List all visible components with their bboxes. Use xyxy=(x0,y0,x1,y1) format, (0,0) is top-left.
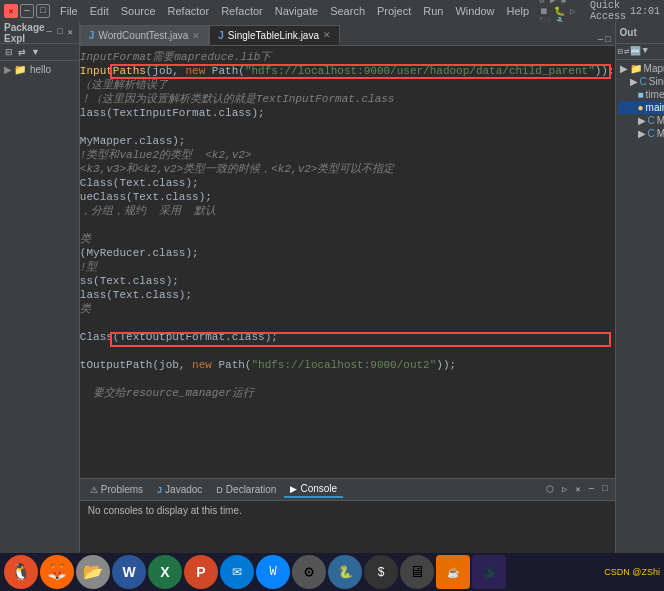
code-content-23: tOutputPath(job, new Path("hdfs://localh… xyxy=(80,358,615,372)
taskbar-app-eclipse[interactable]: 🌑 xyxy=(472,555,506,589)
tab-singletablelink[interactable]: J SingleTableLink.java ✕ xyxy=(209,25,340,45)
outline-item-mapreduce[interactable]: ▶ 📁 Mapreduce xyxy=(618,62,664,75)
folder-icon: 📁 xyxy=(14,64,26,75)
code-line-22 xyxy=(80,344,615,358)
tab-javadoc[interactable]: J Javadoc xyxy=(151,482,208,497)
taskbar: 🐧 🦊 📂 W X P ✉ W ⚙ 🐍 $ 🖥 ☕ 🌑 CSDN @ZShi xyxy=(0,553,664,591)
taskbar-app-firefox[interactable]: 🦊 xyxy=(40,555,74,589)
menu-edit[interactable]: Edit xyxy=(84,3,115,19)
code-line-3: （这里解析错误了 xyxy=(80,78,615,92)
package-tree: ▶ 📁 hello xyxy=(0,61,79,591)
outline-item-myreducer[interactable]: ▶ C MyReducer xyxy=(618,127,664,140)
bottom-tabs: ⚠ Problems J Javadoc D Declaration ▶ Con… xyxy=(80,479,615,501)
tab-maximize-icon[interactable]: □ xyxy=(605,35,610,45)
menu-source[interactable]: Source xyxy=(115,3,162,19)
menu-navigate[interactable]: Navigate xyxy=(269,3,324,19)
outline-tool2[interactable]: ⇄ xyxy=(624,46,629,57)
editor-right-container: J WordCountTest.java ✕ J SingleTableLink… xyxy=(80,22,664,591)
minimize-bottom-button[interactable]: ─ xyxy=(586,483,597,496)
collapse-all-button[interactable]: ⊟ xyxy=(3,46,15,58)
outline-item-mymapper[interactable]: ▶ C MyMapper xyxy=(618,114,664,127)
tab-label-wc: WordCountTest.java xyxy=(98,30,188,41)
outline-item-singletablelink[interactable]: ▶ C SingleTableLink xyxy=(618,75,664,88)
outline-toolbar: ⊟ ⇄ 🔤 ▼ xyxy=(616,44,664,60)
code-line-15: (MyReducer.class); xyxy=(80,246,615,260)
minimize-panel-icon[interactable]: ─ xyxy=(45,26,54,39)
menu-bar: File Edit Source Refactor Refactor Navig… xyxy=(54,3,535,19)
view-menu-button[interactable]: ▼ xyxy=(29,46,42,58)
taskbar-app-blue1[interactable]: W xyxy=(256,555,290,589)
code-line-23: tOutputPath(job, new Path("hdfs://localh… xyxy=(80,358,615,372)
tab-label-stl: SingleTableLink.java xyxy=(228,30,319,41)
folder-mapreduce-icon: 📁 xyxy=(630,63,642,74)
code-line-8: !类型和value2的类型 <k2,v2> xyxy=(80,148,615,162)
code-content-9: <k3,v3>和<k2,v2>类型一致的时候，<k2,v2>类型可以不指定 xyxy=(80,162,615,176)
clear-console-button[interactable]: ✕ xyxy=(572,483,583,496)
taskbar-app-files[interactable]: 📂 xyxy=(76,555,110,589)
menu-refactor2[interactable]: Refactor xyxy=(215,3,269,19)
arrow-reducer: ▶ xyxy=(638,128,646,139)
code-content-21: Class(TextOutputFormat.class); xyxy=(80,330,615,344)
menu-refactor1[interactable]: Refactor xyxy=(162,3,216,19)
code-content-12: ，分组，规约 采用 默认 xyxy=(80,204,615,218)
close-button[interactable]: ✕ xyxy=(4,4,18,18)
tab-declaration[interactable]: D Declaration xyxy=(210,482,282,497)
method-main-icon: ● xyxy=(638,102,644,113)
menu-file[interactable]: File xyxy=(54,3,84,19)
code-content-14: 类 xyxy=(80,232,615,246)
outline-item-time[interactable]: ■ time : int xyxy=(618,88,664,101)
tab-label-problems: Problems xyxy=(101,484,143,495)
bottom-toolbar: ⬡ ▷ ✕ ─ □ xyxy=(543,483,611,496)
outline-label-mymapper: MyMapper xyxy=(657,115,664,126)
titlebar: ✕ ─ □ File Edit Source Refactor Refactor… xyxy=(0,0,664,22)
class-mapper-icon: C xyxy=(648,115,655,126)
code-content-17: ss(Text.class); xyxy=(80,274,615,288)
problems-icon: ⚠ xyxy=(90,485,98,495)
outline-item-main[interactable]: ● main(String[]) xyxy=(618,101,664,114)
tab-close-wc[interactable]: ✕ xyxy=(192,31,200,41)
code-line-14: 类 xyxy=(80,232,615,246)
link-editor-button[interactable]: ⇄ xyxy=(16,46,28,58)
menu-window[interactable]: Window xyxy=(449,3,500,19)
maximize-bottom-button[interactable]: □ xyxy=(599,483,610,496)
code-line-11: ueClass(Text.class); xyxy=(80,190,615,204)
taskbar-app-python[interactable]: 🐍 xyxy=(328,555,362,589)
menu-project[interactable]: Project xyxy=(371,3,417,19)
outline-tool4[interactable]: ▼ xyxy=(642,46,647,57)
outline-title: Out xyxy=(620,27,637,38)
close-panel-icon[interactable]: ✕ xyxy=(65,26,74,39)
minimize-button[interactable]: ─ xyxy=(20,4,34,18)
taskbar-app-monitor[interactable]: 🖥 xyxy=(400,555,434,589)
new-console-button[interactable]: ▷ xyxy=(559,483,570,496)
taskbar-app-outlook[interactable]: ✉ xyxy=(220,555,254,589)
tree-item-hello[interactable]: ▶ 📁 hello xyxy=(2,63,77,76)
code-content-1: InputFormat需要mapreduce.lib下 xyxy=(80,50,615,64)
code-line-20 xyxy=(80,316,615,330)
open-console-button[interactable]: ⬡ xyxy=(543,483,557,496)
taskbar-app-terminal[interactable]: $ xyxy=(364,555,398,589)
taskbar-app-excel[interactable]: X xyxy=(148,555,182,589)
tab-minimize-icon[interactable]: ─ xyxy=(598,35,603,45)
tab-close-stl[interactable]: ✕ xyxy=(323,30,331,40)
tab-wordcounttest[interactable]: J WordCountTest.java ✕ xyxy=(80,25,209,45)
taskbar-app-java[interactable]: ☕ xyxy=(436,555,470,589)
outline-tool3[interactable]: 🔤 xyxy=(630,46,641,57)
maximize-panel-icon[interactable]: □ xyxy=(55,26,64,39)
code-line-9: <k3,v3>和<k2,v2>类型一致的时候，<k2,v2>类型可以不指定 xyxy=(80,162,615,176)
taskbar-right: CSDN @ZShi xyxy=(604,567,660,577)
code-line-2: InputPaths(job, new Path("hdfs://localho… xyxy=(80,64,615,78)
code-content-4: ！（这里因为设置解析类默认的就是TextInputFormat.class xyxy=(80,92,615,106)
tab-console[interactable]: ▶ Console xyxy=(284,481,343,498)
tab-problems[interactable]: ⚠ Problems xyxy=(84,482,149,497)
code-line-25: 要交给resource_manager运行 xyxy=(80,386,615,400)
taskbar-app-ppt[interactable]: P xyxy=(184,555,218,589)
taskbar-app-word[interactable]: W xyxy=(112,555,146,589)
maximize-button[interactable]: □ xyxy=(36,4,50,18)
menu-help[interactable]: Help xyxy=(501,3,536,19)
taskbar-app-linux[interactable]: 🐧 xyxy=(4,555,38,589)
outline-tool1[interactable]: ⊟ xyxy=(618,46,623,57)
menu-run[interactable]: Run xyxy=(417,3,449,19)
code-editor[interactable]: InputFormat需要mapreduce.lib下 InputPaths(j… xyxy=(80,46,615,478)
menu-search[interactable]: Search xyxy=(324,3,371,19)
taskbar-app-settings[interactable]: ⚙ xyxy=(292,555,326,589)
